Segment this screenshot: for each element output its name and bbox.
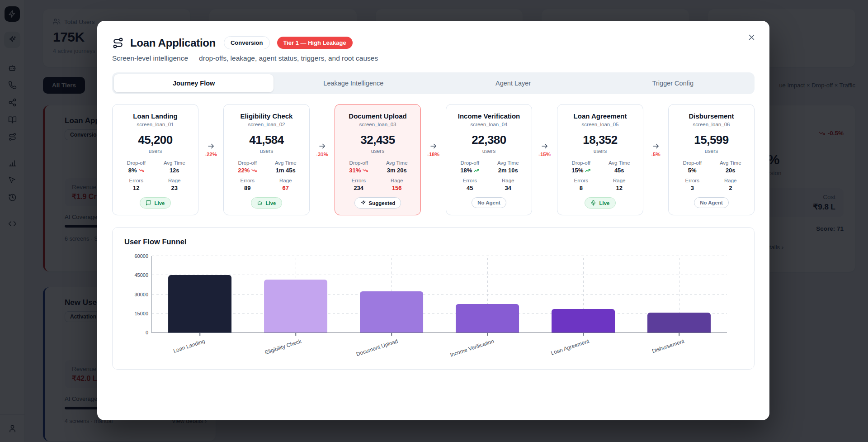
dropoff-value: 31% xyxy=(340,167,378,174)
screen-card-screen_loan_03[interactable]: Document Uploadscreen_loan_0332,435users… xyxy=(335,104,421,215)
screen-intelligence-modal: Loan Application Conversion Tier 1 — Hig… xyxy=(97,21,769,420)
x-axis-label: Loan Landing xyxy=(173,338,206,354)
close-button[interactable] xyxy=(745,31,758,43)
screen-name: Eligibility Check xyxy=(228,112,305,120)
flow-transition: -22% xyxy=(198,104,223,215)
screen-id: screen_loan_05 xyxy=(562,122,638,127)
tab-leakage-intelligence[interactable]: Leakage Intelligence xyxy=(274,74,433,92)
funnel-bar-2[interactable] xyxy=(264,280,327,333)
errors-value: 45 xyxy=(451,185,489,191)
errors-value: 3 xyxy=(673,185,712,191)
screen-card-screen_loan_05[interactable]: Loan Agreementscreen_loan_0518,352usersD… xyxy=(557,104,643,215)
rage-value: 67 xyxy=(267,185,305,191)
x-axis-label: Document Upload xyxy=(355,338,399,357)
users-label: users xyxy=(340,148,416,154)
screen-metrics: Drop-off15%Avg Time45sErrors8Rage12 xyxy=(562,160,638,191)
funnel-bar-5[interactable] xyxy=(552,309,615,333)
x-axis-label: Eligibility Check xyxy=(264,338,302,356)
rage-value: 34 xyxy=(489,185,528,191)
screen-id: screen_loan_01 xyxy=(117,122,193,127)
tab-agent-layer[interactable]: Agent Layer xyxy=(434,74,593,92)
errors-value: 89 xyxy=(228,185,267,191)
avg-time-value: 3m 20s xyxy=(378,167,416,174)
dropoff-percent: -15% xyxy=(538,152,551,157)
trending-down-icon xyxy=(251,168,257,173)
avg-time-value: 2m 10s xyxy=(489,167,528,174)
flow-transition: -15% xyxy=(532,104,557,215)
modal-title: Loan Application xyxy=(130,37,216,49)
mic-icon xyxy=(590,200,596,206)
tab-journey-flow[interactable]: Journey Flow xyxy=(114,74,274,92)
x-axis-tick xyxy=(583,333,584,336)
users-label: users xyxy=(562,148,638,154)
flow-transition: -18% xyxy=(421,104,446,215)
gridline xyxy=(152,275,727,275)
errors-value: 12 xyxy=(117,185,156,191)
arrow-right-icon xyxy=(318,142,326,150)
y-axis-tick: 60000 xyxy=(134,253,148,259)
gridline xyxy=(152,256,727,256)
users-count: 15,599 xyxy=(673,133,750,147)
screen-card-screen_loan_02[interactable]: Eligibility Checkscreen_loan_0241,584use… xyxy=(223,104,310,215)
tab-trigger-config[interactable]: Trigger Config xyxy=(593,74,753,92)
modal-tabs: Journey Flow Leakage Intelligence Agent … xyxy=(112,72,755,94)
screen-card-screen_loan_06[interactable]: Disbursementscreen_loan_0615,599usersDro… xyxy=(668,104,755,215)
errors-value: 234 xyxy=(340,185,378,191)
errors-value: 8 xyxy=(562,185,600,191)
bot-icon xyxy=(257,200,263,206)
funnel-bar-4[interactable] xyxy=(456,304,519,333)
rage-value: 2 xyxy=(712,185,750,191)
screen-metrics: Drop-off22%Avg Time1m 45sErrors89Rage67 xyxy=(228,160,305,191)
users-label: users xyxy=(673,148,750,154)
agent-status-badge: No Agent xyxy=(472,197,506,208)
arrow-right-icon xyxy=(207,142,215,150)
dropoff-percent: -22% xyxy=(205,152,217,157)
dropoff-value: 15% xyxy=(562,167,600,174)
y-axis-tick: 0 xyxy=(146,330,148,335)
funnel-bar-3[interactable] xyxy=(360,291,423,333)
x-axis-tick xyxy=(295,333,296,336)
avg-time-value: 12s xyxy=(156,167,194,174)
gridline xyxy=(152,294,727,295)
agent-status-badge: Suggested xyxy=(354,197,401,209)
funnel-panel: User Flow Funnel 015000300004500060000Lo… xyxy=(112,227,755,370)
funnel-title: User Flow Funnel xyxy=(124,238,742,246)
screen-id: screen_loan_04 xyxy=(451,122,527,127)
route-icon xyxy=(112,37,124,49)
arrow-right-icon xyxy=(541,142,549,150)
users-label: users xyxy=(451,148,527,154)
x-axis-label: Income Verification xyxy=(449,338,495,358)
screen-metrics: Drop-off8%Avg Time12sErrors12Rage23 xyxy=(117,160,193,191)
user-flow-funnel-chart: 015000300004500060000Loan LandingEligibi… xyxy=(124,253,742,361)
y-axis-tick: 30000 xyxy=(134,292,148,297)
dropoff-value: 18% xyxy=(451,167,489,174)
flow-transition: -5% xyxy=(643,104,668,215)
screen-metrics: Drop-off18%Avg Time2m 10sErrors45Rage34 xyxy=(451,160,527,191)
agent-status-badge: Live xyxy=(585,197,615,209)
x-axis-tick xyxy=(487,333,488,336)
y-axis-tick: 15000 xyxy=(134,311,148,316)
funnel-bar-1[interactable] xyxy=(168,275,231,333)
screen-card-screen_loan_01[interactable]: Loan Landingscreen_loan_0145,200usersDro… xyxy=(112,104,198,215)
funnel-bar-6[interactable] xyxy=(647,313,711,333)
users-count: 22,380 xyxy=(451,133,527,147)
dropoff-value: 22% xyxy=(228,167,267,174)
trending-up-icon xyxy=(585,168,590,173)
screen-id: screen_loan_06 xyxy=(673,122,750,127)
users-count: 41,584 xyxy=(228,133,305,147)
x-axis-label: Loan Agreement xyxy=(550,338,590,356)
sparkles-icon xyxy=(360,200,366,206)
screen-name: Document Upload xyxy=(340,112,416,120)
dropoff-percent: -31% xyxy=(316,152,328,157)
x-axis-tick xyxy=(679,333,679,336)
avg-time-value: 1m 45s xyxy=(267,167,305,174)
rage-value: 156 xyxy=(378,185,416,191)
agent-status-badge: No Agent xyxy=(694,197,729,208)
tier-badge: Tier 1 — High Leakage xyxy=(277,37,353,49)
screen-card-screen_loan_04[interactable]: Income Verificationscreen_loan_0422,380u… xyxy=(446,104,532,215)
trending-down-icon xyxy=(139,168,144,173)
dropoff-percent: -18% xyxy=(427,152,439,157)
users-count: 18,352 xyxy=(562,133,638,147)
conversion-badge: Conversion xyxy=(224,36,270,49)
arrow-right-icon xyxy=(652,142,660,150)
